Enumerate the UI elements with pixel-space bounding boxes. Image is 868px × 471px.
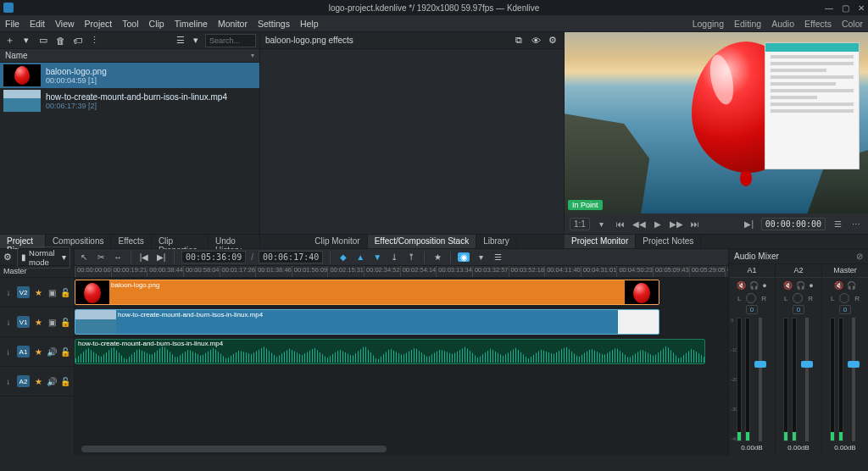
spacer-icon[interactable]: ↔ [112,252,124,262]
star-icon[interactable]: ★ [33,377,43,386]
volume-fader[interactable] [852,318,855,441]
layout-color[interactable]: Color [842,19,863,29]
timeline[interactable]: ↖ ✂ ↔ |◀ ▶| 00:05:36:09 / 00:06:17:40 ◆ … [75,249,728,456]
speaker-icon[interactable]: 🔊 [47,377,57,386]
mark-in-icon[interactable]: ▶| [743,219,756,229]
tab-undo-history[interactable]: Undo History [209,235,260,248]
track-header-v1[interactable]: ↓ V1 ★ ▣ 🔓 [0,308,74,337]
chevron-down-icon[interactable]: ▾ [595,219,609,229]
timeline-scrollbar[interactable] [81,446,387,452]
lock-icon[interactable]: 🔓 [60,347,70,357]
skip-fwd-icon[interactable]: ▶| [155,252,167,262]
video-icon[interactable]: ▣ [47,318,57,327]
balance-value[interactable]: 0 [746,305,758,314]
menu-help[interactable]: Help [300,19,319,29]
timeline-clip[interactable]: baloon-logo.png [75,280,659,305]
mute-icon[interactable]: 🔇 [834,281,843,290]
minimize-icon[interactable]: — [825,3,833,13]
marker-icon[interactable]: ◆ [337,252,349,262]
menu-monitor[interactable]: Monitor [218,19,248,29]
collapse-icon[interactable]: ↓ [3,318,14,327]
db-value[interactable]: 0.00dB [834,444,855,452]
more-icon[interactable]: ⋯ [849,219,863,229]
visibility-icon[interactable]: 👁 [530,35,542,47]
db-value[interactable]: 0.00dB [787,444,809,452]
filter-icon[interactable]: ⋮ [88,35,100,47]
bin-item[interactable]: how-to-create-mount-and-burn-isos-in-lin… [0,88,259,114]
skip-end-icon[interactable]: ⏭ [688,219,702,229]
headphone-icon[interactable]: 🎧 [796,281,805,290]
menu-project[interactable]: Project [85,19,113,29]
layout-logging[interactable]: Logging [693,19,724,29]
menu-settings[interactable]: Settings [258,19,290,29]
balance-value[interactable]: 0 [839,305,851,314]
layout-effects[interactable]: Effects [804,19,832,29]
track-header-a2[interactable]: ↓ A2 ★ 🔊 🔓 [0,367,74,396]
list-icon[interactable]: ☰ [492,252,504,262]
layout-audio[interactable]: Audio [771,19,794,29]
skip-back-icon[interactable]: |◀ [138,252,150,262]
headphone-icon[interactable]: 🎧 [847,281,856,290]
track-v1[interactable]: how-to-create-mount-and-burn-isos-in-lin… [75,308,728,337]
marker-icon[interactable]: ▼ [371,252,383,262]
close-icon[interactable]: ⊘ [856,252,863,261]
master-track-header[interactable]: Master [0,266,74,278]
track-header-v2[interactable]: ↓ V2 ★ ▣ 🔓 [0,278,74,308]
star-icon[interactable]: ★ [33,318,43,327]
star-icon[interactable]: ★ [33,347,43,357]
play-icon[interactable]: ▶ [651,219,665,229]
bin-search-input[interactable] [205,34,256,47]
pan-knob[interactable] [746,293,756,303]
headphone-icon[interactable]: 🎧 [749,281,759,290]
menu-icon[interactable]: ☰ [831,219,844,229]
chevron-down-icon[interactable]: ▾ [190,35,202,47]
tab-effects[interactable]: Effects [111,235,151,248]
favorite-icon[interactable]: ★ [431,252,443,262]
menu-view[interactable]: View [55,19,75,29]
timeline-ruler[interactable]: 00:00:00:0000:00:19:2100:00:38:4400:00:5… [75,266,728,278]
timeline-clip[interactable]: how-to-create-mount-and-burn-isos-in-lin… [75,309,659,335]
bin-item[interactable]: baloon-logo.png 00:00:04:59 [1] [0,63,259,88]
skip-start-icon[interactable]: ⏮ [614,219,627,229]
tag-icon[interactable]: 🏷 [71,35,83,47]
record-icon[interactable]: ◉ [458,252,470,262]
lock-icon[interactable]: 🔓 [60,377,70,386]
zoom-level[interactable]: 1:1 [570,218,590,230]
tab-project-monitor[interactable]: Project Monitor [565,235,636,248]
track-a1[interactable]: how-to-create-mount-and-burn-isos-in-lin… [75,337,728,367]
bin-column-header[interactable]: Name ▾ [0,49,259,63]
balance-value[interactable]: 0 [793,305,804,314]
chevron-down-icon[interactable]: ▾ [20,35,32,47]
pan-knob[interactable] [793,293,803,303]
video-icon[interactable]: ▣ [47,288,57,297]
maximize-icon[interactable]: ▢ [842,3,849,13]
menu-clip[interactable]: Clip [149,19,164,29]
timeline-tc-current[interactable]: 00:05:36:09 [181,251,246,263]
monitor-timecode[interactable]: 00:00:00:00 [761,218,826,230]
speaker-icon[interactable]: 🔊 [47,347,57,357]
menu-timeline[interactable]: Timeline [175,19,208,29]
timeline-mode-selector[interactable]: ▮ Normal mode ▾ [17,247,70,269]
timeline-clip[interactable]: how-to-create-mount-and-burn-isos-in-lin… [75,339,705,364]
track-header-a1[interactable]: ↓ A1 ★ 🔊 🔓 [0,337,74,367]
volume-fader[interactable] [805,318,809,441]
volume-fader[interactable] [759,318,762,441]
compare-icon[interactable]: ⧉ [513,35,525,47]
gear-icon[interactable]: ⚙ [3,252,12,263]
record-icon[interactable]: ● [762,281,766,290]
tab-effect-stack[interactable]: Effect/Composition Stack [368,235,477,248]
rewind-icon[interactable]: ◀◀ [632,219,646,229]
record-icon[interactable]: ● [809,281,813,290]
folder-icon[interactable]: ▭ [37,35,49,47]
view-list-icon[interactable]: ☰ [175,35,186,47]
layout-editing[interactable]: Editing [734,19,761,29]
chevron-down-icon[interactable]: ▾ [251,52,254,59]
track-v2[interactable]: baloon-logo.png [75,278,728,308]
collapse-icon[interactable]: ↓ [3,347,14,357]
cursor-icon[interactable]: ↖ [78,252,90,262]
collapse-icon[interactable]: ↓ [3,377,14,386]
menu-file[interactable]: File [5,19,19,29]
tab-library[interactable]: Library [476,235,517,248]
mute-icon[interactable]: 🔇 [737,281,746,290]
add-clip-icon[interactable]: ＋ [3,35,15,47]
